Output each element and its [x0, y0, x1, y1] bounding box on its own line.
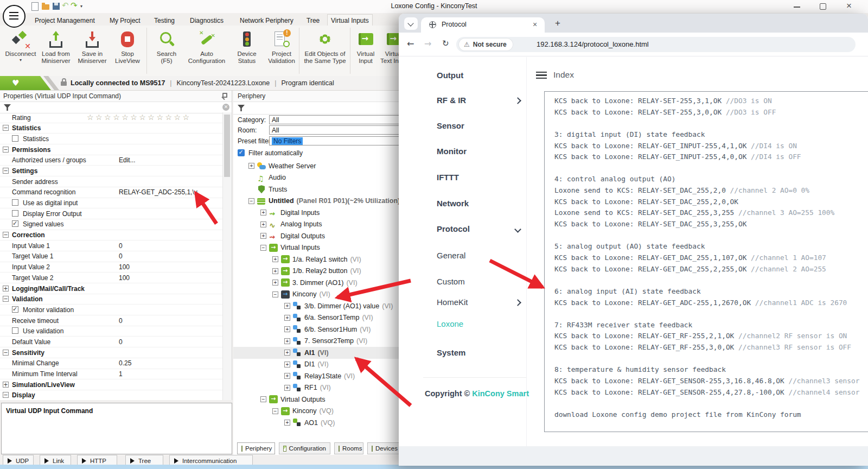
index-hamburger-icon[interactable]: [536, 72, 547, 79]
tree-item-kincony[interactable]: −Kincony (VI): [233, 289, 409, 301]
property-row-minimal-change[interactable]: Minimal Change0.25: [0, 358, 223, 369]
pin-icon[interactable]: [221, 93, 227, 99]
security-chip[interactable]: Not secure: [459, 39, 513, 50]
nav-item-general[interactable]: General: [437, 251, 465, 262]
new-file-icon[interactable]: [31, 2, 39, 11]
clear-filter-icon[interactable]: [222, 104, 229, 111]
expander-icon[interactable]: +: [284, 315, 290, 321]
tree-item-6-a-sensor1temp[interactable]: +6/a. Sensor1Temp (VI): [233, 312, 409, 324]
expander-icon[interactable]: +: [284, 385, 290, 391]
property-row-sender-address[interactable]: Sender address: [0, 176, 223, 187]
nav-item-ifttt[interactable]: IFTTT: [437, 173, 459, 183]
tree-item-analog-inputs[interactable]: +Analog Inputs: [233, 219, 409, 231]
save-in-miniserver-button[interactable]: Save in Miniserver: [75, 28, 110, 65]
virtual-input-button[interactable]: Virtual Input: [352, 28, 380, 65]
filter-automatically-checkbox[interactable]: [238, 149, 245, 156]
scrollbar-thumb[interactable]: [224, 115, 230, 177]
property-row-rating[interactable]: Rating☆☆☆☆☆☆☆☆☆☆☆☆: [0, 112, 223, 123]
property-row-use-validation[interactable]: Use validation: [0, 326, 223, 337]
property-row-signed-values[interactable]: Signed values: [0, 219, 223, 230]
nav-item-rf-ir[interactable]: RF & IR: [437, 96, 466, 106]
property-row-simulation-liveview[interactable]: +Simulation/LiveView: [0, 379, 223, 390]
address-bar[interactable]: Not secure 192.168.3.124/protocol_loxone…: [456, 37, 856, 52]
tree-item-7-sensor2temp[interactable]: +7. Sensor2Temp (VI): [233, 335, 409, 347]
expander-icon[interactable]: −: [3, 168, 9, 174]
property-row-command-recognition[interactable]: Command recognitionRELAY-GET_ADC-255,1,\…: [0, 187, 223, 198]
expander-icon[interactable]: +: [284, 303, 290, 309]
tree-item-1-b-relay2-button[interactable]: +1/b. Relay2 button (VI): [233, 265, 409, 277]
expander-icon[interactable]: −: [272, 291, 278, 297]
tree-item-digital-outputs[interactable]: +Digital Outputs: [233, 230, 409, 242]
minimize-button[interactable]: [788, 0, 806, 12]
stop-liveview-button[interactable]: Stop LiveView: [111, 28, 144, 65]
property-row-statistics[interactable]: −Statistics: [0, 123, 223, 134]
property-row-statistics[interactable]: Statistics: [0, 134, 223, 144]
menu-tab-diagnostics[interactable]: Diagnostics: [187, 16, 227, 26]
expander-icon[interactable]: +: [248, 163, 254, 169]
property-row-receive-timeout[interactable]: Receive timeout0: [0, 315, 223, 326]
expander-icon[interactable]: +: [284, 420, 290, 426]
checkbox[interactable]: [12, 220, 18, 227]
back-icon[interactable]: [407, 39, 414, 49]
tree-item-di1[interactable]: +DI1 (VI): [233, 359, 409, 371]
expander-icon[interactable]: +: [260, 210, 266, 216]
nav-item-monitor[interactable]: Monitor: [437, 147, 467, 157]
tree-item-weather-server[interactable]: +Weather Server: [233, 160, 409, 172]
load-from-miniserver-button[interactable]: Load from Miniserver: [39, 28, 73, 65]
tree-item-1-a-relay1-switch[interactable]: +1/a. Relay1 switch (VI): [233, 253, 409, 265]
menu-tab-network-periphery[interactable]: Network Periphery: [237, 16, 297, 26]
menu-tab-project-management[interactable]: Project Management: [31, 16, 98, 26]
checkbox[interactable]: [12, 327, 18, 334]
expander-icon[interactable]: −: [3, 392, 9, 398]
tree-item-rf1[interactable]: +RF1 (VI): [233, 382, 409, 394]
tree-item-ao1[interactable]: +AO1 (VQ): [233, 417, 409, 429]
project-validation-button[interactable]: Project Validation: [265, 28, 298, 65]
property-row-input-value-2[interactable]: Input Value 2100: [0, 262, 223, 273]
save-icon[interactable]: [53, 3, 60, 10]
checkbox[interactable]: [12, 199, 18, 206]
tree-item-6-b-sensor1hum[interactable]: +6/b. Sensor1Hum (VI): [233, 324, 409, 335]
menu-tab-tree[interactable]: Tree: [303, 16, 323, 26]
property-row-default-value[interactable]: Default Value0: [0, 337, 223, 347]
property-row-use-as-digital-input[interactable]: Use as digital input: [0, 198, 223, 209]
nav-item-loxone[interactable]: Loxone: [437, 319, 463, 330]
reload-icon[interactable]: [442, 39, 449, 48]
expander-icon[interactable]: +: [272, 280, 278, 286]
preset-filters-select[interactable]: No Filters: [269, 136, 410, 145]
forward-icon[interactable]: [424, 39, 431, 49]
undo-icon[interactable]: [62, 1, 69, 10]
expander-icon[interactable]: −: [260, 245, 266, 251]
search-button[interactable]: Search (F5): [150, 28, 183, 65]
expander-icon[interactable]: +: [3, 286, 9, 291]
properties-filter-input[interactable]: [0, 102, 232, 113]
kincony-smart-link[interactable]: KinCony Smart: [472, 389, 529, 398]
property-row-settings[interactable]: −Settings: [0, 166, 223, 176]
expander-icon[interactable]: +: [260, 221, 266, 227]
category-select[interactable]: All: [269, 115, 410, 124]
tree-item-virtual-inputs[interactable]: −Virtual Inputs: [233, 242, 409, 254]
property-row-permissions[interactable]: −Permissions: [0, 144, 223, 155]
auto-configuration-button[interactable]: Auto Configuration: [186, 28, 228, 65]
tree-item-virtual-outputs[interactable]: −Virtual Outputs: [233, 394, 409, 405]
checkbox[interactable]: [12, 306, 18, 313]
tab-close-icon[interactable]: [531, 20, 539, 29]
quickbar-more-icon[interactable]: [80, 4, 82, 9]
tree-item-relay1state[interactable]: +Relay1State (VI): [233, 370, 409, 382]
property-row-display[interactable]: −Display: [0, 390, 223, 400]
property-row-validation[interactable]: −Validation: [0, 294, 223, 305]
tree-item-3-dimmer-ao1[interactable]: +3. Dimmer (AO1) (VI): [233, 277, 409, 289]
tree-item-digital-inputs[interactable]: +Digital Inputs: [233, 207, 409, 219]
nav-item-output[interactable]: Output: [437, 71, 463, 81]
expander-icon[interactable]: +: [3, 382, 9, 388]
new-tab-button[interactable]: [552, 18, 563, 29]
maximize-button[interactable]: [814, 0, 832, 12]
nav-item-system[interactable]: System: [437, 348, 465, 359]
periphery-tab-rooms[interactable]: Rooms: [334, 442, 363, 454]
expander-icon[interactable]: +: [284, 326, 290, 332]
menu-tab-my-project[interactable]: My Project: [106, 16, 144, 26]
property-row-logging-mail-call-track[interactable]: +Logging/Mail/Call/Track: [0, 283, 223, 294]
expander-icon[interactable]: +: [284, 362, 290, 367]
checkbox[interactable]: [12, 210, 18, 217]
device-status-button[interactable]: Device Status: [230, 28, 264, 65]
tree-item-untitled[interactable]: −Untitled (Panel R01 P01)(~2% Utilizatio…: [233, 195, 409, 207]
